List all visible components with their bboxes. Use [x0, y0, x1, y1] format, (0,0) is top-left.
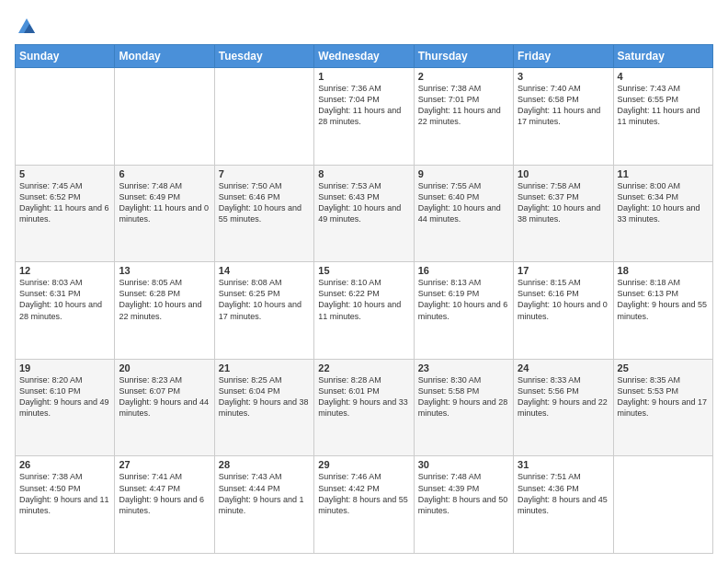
day-number: 31 — [518, 459, 609, 470]
day-number: 8 — [318, 168, 409, 179]
day-cell: 12Sunrise: 8:03 AM Sunset: 6:31 PM Dayli… — [16, 262, 115, 360]
day-number: 10 — [518, 168, 609, 179]
day-cell: 11Sunrise: 8:00 AM Sunset: 6:34 PM Dayli… — [613, 165, 712, 262]
day-cell: 16Sunrise: 8:13 AM Sunset: 6:19 PM Dayli… — [414, 262, 513, 360]
day-number: 28 — [219, 459, 310, 470]
day-cell: 23Sunrise: 8:30 AM Sunset: 5:58 PM Dayli… — [414, 359, 513, 456]
day-info: Sunrise: 8:08 AM Sunset: 6:25 PM Dayligh… — [219, 277, 310, 322]
day-number: 9 — [418, 168, 509, 179]
weekday-monday: Monday — [115, 45, 214, 68]
day-info: Sunrise: 7:40 AM Sunset: 6:58 PM Dayligh… — [518, 83, 609, 128]
day-number: 22 — [318, 362, 409, 373]
day-cell: 19Sunrise: 8:20 AM Sunset: 6:10 PM Dayli… — [16, 359, 115, 456]
day-cell: 9Sunrise: 7:55 AM Sunset: 6:40 PM Daylig… — [414, 165, 513, 262]
day-cell — [16, 68, 115, 166]
day-number: 21 — [219, 362, 310, 373]
day-number: 26 — [19, 459, 110, 470]
week-row-3: 12Sunrise: 8:03 AM Sunset: 6:31 PM Dayli… — [16, 262, 713, 360]
weekday-thursday: Thursday — [414, 45, 513, 68]
day-info: Sunrise: 8:28 AM Sunset: 6:01 PM Dayligh… — [318, 374, 409, 419]
day-info: Sunrise: 8:15 AM Sunset: 6:16 PM Dayligh… — [518, 277, 609, 322]
day-cell: 26Sunrise: 7:38 AM Sunset: 4:50 PM Dayli… — [16, 456, 115, 554]
day-cell: 2Sunrise: 7:38 AM Sunset: 7:01 PM Daylig… — [414, 68, 513, 166]
day-cell: 29Sunrise: 7:46 AM Sunset: 4:42 PM Dayli… — [314, 456, 414, 554]
day-info: Sunrise: 7:58 AM Sunset: 6:37 PM Dayligh… — [518, 180, 609, 225]
day-number: 4 — [618, 71, 709, 82]
day-cell: 8Sunrise: 7:53 AM Sunset: 6:43 PM Daylig… — [314, 165, 414, 262]
day-info: Sunrise: 7:38 AM Sunset: 4:50 PM Dayligh… — [19, 471, 110, 516]
day-cell: 5Sunrise: 7:45 AM Sunset: 6:52 PM Daylig… — [16, 165, 115, 262]
logo — [15, 17, 37, 37]
day-cell: 6Sunrise: 7:48 AM Sunset: 6:49 PM Daylig… — [115, 165, 214, 262]
day-cell: 18Sunrise: 8:18 AM Sunset: 6:13 PM Dayli… — [613, 262, 712, 360]
day-info: Sunrise: 7:45 AM Sunset: 6:52 PM Dayligh… — [19, 180, 110, 225]
day-cell: 15Sunrise: 8:10 AM Sunset: 6:22 PM Dayli… — [314, 262, 414, 360]
day-cell: 22Sunrise: 8:28 AM Sunset: 6:01 PM Dayli… — [314, 359, 414, 456]
page: SundayMondayTuesdayWednesdayThursdayFrid… — [0, 0, 728, 563]
week-row-4: 19Sunrise: 8:20 AM Sunset: 6:10 PM Dayli… — [16, 359, 713, 456]
day-info: Sunrise: 7:43 AM Sunset: 4:44 PM Dayligh… — [219, 471, 310, 516]
day-cell: 1Sunrise: 7:36 AM Sunset: 7:04 PM Daylig… — [314, 68, 414, 166]
day-info: Sunrise: 7:48 AM Sunset: 6:49 PM Dayligh… — [119, 180, 210, 225]
day-cell: 17Sunrise: 8:15 AM Sunset: 6:16 PM Dayli… — [514, 262, 613, 360]
day-number: 13 — [119, 265, 210, 276]
day-cell: 27Sunrise: 7:41 AM Sunset: 4:47 PM Dayli… — [115, 456, 214, 554]
day-number: 30 — [418, 459, 509, 470]
day-cell: 30Sunrise: 7:48 AM Sunset: 4:39 PM Dayli… — [414, 456, 513, 554]
day-number: 2 — [418, 71, 509, 82]
day-info: Sunrise: 8:30 AM Sunset: 5:58 PM Dayligh… — [418, 374, 509, 419]
day-number: 25 — [618, 362, 709, 373]
day-info: Sunrise: 7:38 AM Sunset: 7:01 PM Dayligh… — [418, 83, 509, 128]
day-cell: 7Sunrise: 7:50 AM Sunset: 6:46 PM Daylig… — [214, 165, 313, 262]
day-info: Sunrise: 7:53 AM Sunset: 6:43 PM Dayligh… — [318, 180, 409, 225]
header — [15, 13, 713, 37]
day-info: Sunrise: 8:20 AM Sunset: 6:10 PM Dayligh… — [19, 374, 110, 419]
weekday-wednesday: Wednesday — [314, 45, 414, 68]
week-row-5: 26Sunrise: 7:38 AM Sunset: 4:50 PM Dayli… — [16, 456, 713, 554]
day-info: Sunrise: 8:18 AM Sunset: 6:13 PM Dayligh… — [618, 277, 709, 322]
week-row-2: 5Sunrise: 7:45 AM Sunset: 6:52 PM Daylig… — [16, 165, 713, 262]
day-info: Sunrise: 8:23 AM Sunset: 6:07 PM Dayligh… — [119, 374, 210, 419]
calendar-table: SundayMondayTuesdayWednesdayThursdayFrid… — [15, 44, 713, 554]
day-number: 23 — [418, 362, 509, 373]
day-number: 19 — [19, 362, 110, 373]
day-info: Sunrise: 7:41 AM Sunset: 4:47 PM Dayligh… — [119, 471, 210, 516]
day-cell: 20Sunrise: 8:23 AM Sunset: 6:07 PM Dayli… — [115, 359, 214, 456]
day-cell: 24Sunrise: 8:33 AM Sunset: 5:56 PM Dayli… — [514, 359, 613, 456]
day-number: 16 — [418, 265, 509, 276]
day-number: 15 — [318, 265, 409, 276]
day-cell: 4Sunrise: 7:43 AM Sunset: 6:55 PM Daylig… — [613, 68, 712, 166]
day-cell: 3Sunrise: 7:40 AM Sunset: 6:58 PM Daylig… — [514, 68, 613, 166]
day-cell: 25Sunrise: 8:35 AM Sunset: 5:53 PM Dayli… — [613, 359, 712, 456]
day-number: 1 — [318, 71, 409, 82]
weekday-header-row: SundayMondayTuesdayWednesdayThursdayFrid… — [16, 45, 713, 68]
day-info: Sunrise: 8:10 AM Sunset: 6:22 PM Dayligh… — [318, 277, 409, 322]
day-cell: 28Sunrise: 7:43 AM Sunset: 4:44 PM Dayli… — [214, 456, 313, 554]
weekday-tuesday: Tuesday — [214, 45, 313, 68]
day-info: Sunrise: 7:46 AM Sunset: 4:42 PM Dayligh… — [318, 471, 409, 516]
day-number: 18 — [618, 265, 709, 276]
day-number: 12 — [19, 265, 110, 276]
day-info: Sunrise: 7:55 AM Sunset: 6:40 PM Dayligh… — [418, 180, 509, 225]
day-info: Sunrise: 7:36 AM Sunset: 7:04 PM Dayligh… — [318, 83, 409, 128]
day-info: Sunrise: 8:33 AM Sunset: 5:56 PM Dayligh… — [518, 374, 609, 419]
day-number: 29 — [318, 459, 409, 470]
day-info: Sunrise: 8:05 AM Sunset: 6:28 PM Dayligh… — [119, 277, 210, 322]
day-info: Sunrise: 8:13 AM Sunset: 6:19 PM Dayligh… — [418, 277, 509, 322]
day-number: 17 — [518, 265, 609, 276]
logo-icon — [17, 17, 37, 37]
day-info: Sunrise: 7:51 AM Sunset: 4:36 PM Dayligh… — [518, 471, 609, 516]
day-cell: 21Sunrise: 8:25 AM Sunset: 6:04 PM Dayli… — [214, 359, 313, 456]
day-number: 6 — [119, 168, 210, 179]
day-number: 3 — [518, 71, 609, 82]
day-number: 27 — [119, 459, 210, 470]
weekday-friday: Friday — [514, 45, 613, 68]
day-info: Sunrise: 7:48 AM Sunset: 4:39 PM Dayligh… — [418, 471, 509, 516]
day-cell: 14Sunrise: 8:08 AM Sunset: 6:25 PM Dayli… — [214, 262, 313, 360]
day-cell: 31Sunrise: 7:51 AM Sunset: 4:36 PM Dayli… — [514, 456, 613, 554]
day-number: 5 — [19, 168, 110, 179]
day-info: Sunrise: 7:43 AM Sunset: 6:55 PM Dayligh… — [618, 83, 709, 128]
day-number: 24 — [518, 362, 609, 373]
day-info: Sunrise: 8:35 AM Sunset: 5:53 PM Dayligh… — [618, 374, 709, 419]
weekday-saturday: Saturday — [613, 45, 712, 68]
